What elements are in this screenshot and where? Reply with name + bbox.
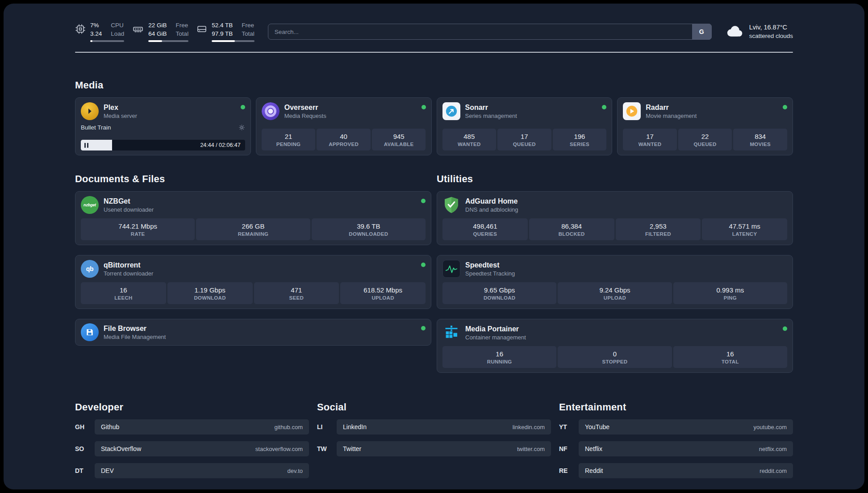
nzbget-icon: nzbget [81,196,99,214]
disk-usage-bar [212,40,255,42]
stat-value: 17 [625,133,675,140]
stat-tile: 945AVAILABLE [372,129,426,150]
bookmark-twitter[interactable]: Twitter twitter.com [337,441,551,456]
adguard-shield-icon [442,196,460,214]
search-input[interactable] [268,24,712,40]
bookmark-netflix[interactable]: Netflix netflix.com [579,441,793,456]
stat-value: 16 [83,286,164,294]
stat-value: 498,461 [444,222,526,230]
search-bar: G [268,24,712,40]
playback-progress-bar[interactable]: 24:44 / 02:06:47 [81,140,245,150]
cpu-chip-icon [75,24,86,34]
stat-label: STOPPED [559,359,670,364]
bookmark-abbr: LI [317,423,332,430]
status-dot [421,199,426,203]
stat-tile: 16TOTAL [673,346,787,368]
radarr-card[interactable]: Radarr Movie management 17WANTED 22QUEUE… [617,97,793,155]
adguard-card[interactable]: AdGuard Home DNS and adblocking 498,461Q… [437,191,793,245]
app-title: Plex [104,104,137,112]
weather-condition: scattered clouds [749,32,793,41]
qbittorrent-card[interactable]: qb qBittorrent Torrent downloader 16LEEC… [75,255,431,309]
filebrowser-icon [81,323,99,341]
stat-tile: 498,461QUERIES [442,218,528,240]
app-title: Radarr [646,104,697,112]
stat-label: UPLOAD [559,295,670,301]
app-subtitle: Media File Management [104,334,166,340]
stat-tile: 21PENDING [262,129,316,150]
speedtest-card[interactable]: Speedtest Speedtest Tracking 9.65 GbpsDO… [437,255,793,309]
bookmark-youtube[interactable]: YouTube youtube.com [579,419,793,435]
bookmark-abbr: NF [559,445,574,452]
disk-free-label: Free [242,21,255,29]
stat-value: 39.6 TB [313,222,424,230]
ram-total-value: 64 GiB [148,30,167,38]
playback-time: 24:44 / 02:06:47 [200,140,240,150]
section-title-media: Media [75,79,793,91]
stat-label: FILTERED [618,231,699,237]
main-content: Media Plex Media server Bullet Train [4,79,864,478]
cpu-label: CPU [111,21,124,29]
portainer-card[interactable]: Media Portainer Container management 16R… [437,319,793,373]
cpu-widget: 7% 3.24 CPU Load [75,21,124,42]
bookmark-reddit[interactable]: Reddit reddit.com [579,463,793,478]
ram-free-label: Free [176,21,189,29]
stat-label: WANTED [625,142,675,147]
app-title: Speedtest [465,261,515,269]
app-subtitle: Torrent downloader [104,270,153,277]
status-dot [783,326,787,331]
sonarr-icon [442,102,460,120]
ram-icon [132,24,144,34]
filebrowser-card[interactable]: File Browser Media File Management [75,319,431,346]
stat-label: QUEUED [499,142,550,147]
status-dot [241,105,245,109]
bookmark-github[interactable]: Github github.com [95,419,309,435]
stat-tile: 744.21 MbpsRATE [81,218,195,240]
bookmark-row: SO StackOverflow stackoverflow.com [75,441,309,456]
bookmark-abbr: TW [317,445,332,452]
stat-value: 471 [256,286,338,294]
stat-tile: 485WANTED [442,129,497,150]
app-title: NZBGet [104,197,154,205]
status-dot [421,105,426,109]
stat-tile: 9.65 GbpsDOWNLOAD [442,282,556,304]
stat-label: QUERIES [444,231,526,237]
settings-gear-icon[interactable] [238,124,245,131]
stat-label: PENDING [263,142,314,147]
stat-value: 0.993 ms [675,286,785,294]
app-title: AdGuard Home [465,197,518,205]
app-subtitle: Media server [104,113,137,119]
stat-value: 47.571 ms [704,222,785,230]
stat-value: 196 [555,133,605,140]
app-title: qBittorrent [104,261,153,269]
nzbget-card[interactable]: nzbget NZBGet Usenet downloader 744.21 M… [75,191,431,245]
section-title-social: Social [317,401,551,413]
bookmark-name: YouTube [585,423,609,430]
bookmark-row: LI LinkedIn linkedin.com [317,419,551,435]
bookmark-linkedin[interactable]: LinkedIn linkedin.com [337,419,551,435]
sonarr-card[interactable]: Sonarr Series management 485WANTED 17QUE… [437,97,613,155]
stat-tile: 16RUNNING [442,346,556,368]
bookmark-abbr: GH [75,423,90,430]
search-engine-button[interactable]: G [692,24,712,40]
pause-icon[interactable] [84,143,88,148]
memory-widget: 22 GiB 64 GiB Free Total [132,21,188,42]
bookmark-stackoverflow[interactable]: StackOverflow stackoverflow.com [95,441,309,456]
bookmark-url: github.com [274,424,303,430]
stat-value: 2,953 [618,222,699,230]
cpu-load-label: Load [111,30,124,38]
stat-value: 22 [680,133,730,140]
stat-tile: 2,953FILTERED [616,218,701,240]
system-widgets: 7% 3.24 CPU Load [75,21,255,42]
stat-value: 618.52 Mbps [342,286,424,294]
disk-icon [196,24,207,34]
plex-card[interactable]: Plex Media server Bullet Train 24:44 / 0 [75,97,251,155]
overseerr-card[interactable]: Overseerr Media Requests 21PENDING 40APP… [256,97,432,155]
bookmark-dev[interactable]: DEV dev.to [95,463,309,478]
stat-label: RATE [83,231,193,237]
app-subtitle: Container management [465,334,526,341]
stat-value: 16 [675,350,785,358]
overseerr-icon [262,102,280,120]
status-dot [783,105,787,109]
app-title: File Browser [104,325,166,333]
now-playing-title: Bullet Train [81,124,111,131]
